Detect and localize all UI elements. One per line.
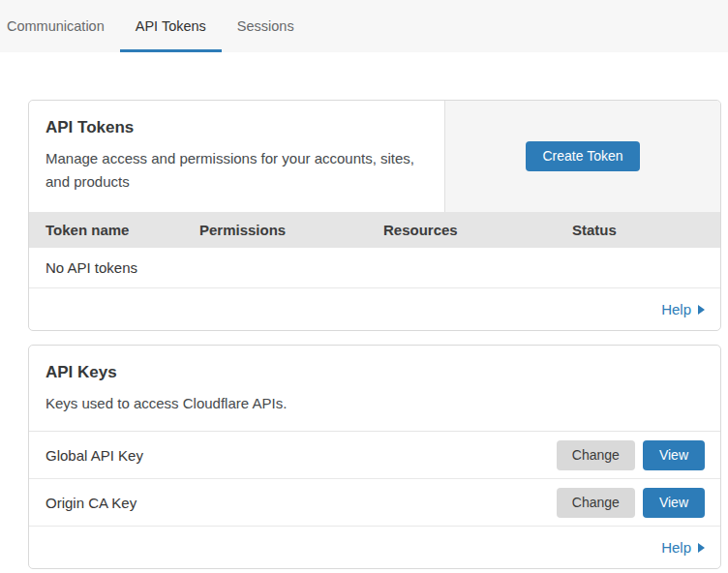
help-arrow-icon [698, 543, 705, 553]
origin-ca-key-row: Origin CA Key Change View [29, 479, 720, 527]
api-keys-card-header: API Keys Keys used to access Cloudflare … [29, 346, 720, 432]
api-tokens-card-header: API Tokens Manage access and permissions… [29, 101, 720, 212]
api-tokens-card: API Tokens Manage access and permissions… [28, 100, 721, 331]
api-keys-help-link[interactable]: Help [661, 539, 705, 556]
origin-ca-key-change-button[interactable]: Change [557, 488, 635, 518]
global-api-key-change-button[interactable]: Change [557, 440, 635, 470]
api-tokens-header-text: API Tokens Manage access and permissions… [29, 101, 445, 212]
help-link-label: Help [661, 539, 691, 556]
column-header-resources: Resources [383, 222, 572, 238]
global-api-key-view-button[interactable]: View [643, 440, 705, 470]
column-header-token-name: Token name [46, 222, 199, 238]
column-header-permissions: Permissions [199, 222, 383, 238]
help-arrow-icon [698, 305, 705, 315]
api-keys-title: API Keys [46, 363, 704, 382]
api-tokens-description: Manage access and permissions for your a… [46, 147, 428, 194]
create-token-button[interactable]: Create Token [526, 141, 639, 171]
origin-ca-key-label: Origin CA Key [46, 495, 557, 511]
tab-sessions[interactable]: Sessions [222, 0, 310, 52]
api-keys-description: Keys used to access Cloudflare APIs. [46, 392, 428, 415]
tab-api-tokens[interactable]: API Tokens [120, 0, 222, 52]
api-keys-card: API Keys Keys used to access Cloudflare … [28, 345, 721, 569]
column-header-status: Status [572, 222, 720, 238]
help-link-label: Help [661, 301, 691, 317]
api-keys-card-footer: Help [29, 527, 720, 568]
api-tokens-action-panel: Create Token [445, 101, 720, 212]
api-tokens-help-link[interactable]: Help [661, 301, 705, 317]
tokens-table-header: Token name Permissions Resources Status [29, 212, 720, 248]
global-api-key-row: Global API Key Change View [29, 432, 720, 479]
api-tokens-title: API Tokens [46, 118, 428, 137]
main-content: API Tokens Manage access and permissions… [0, 52, 728, 569]
tab-communication[interactable]: Communication [7, 0, 120, 52]
tab-bar: Communication API Tokens Sessions [0, 0, 728, 52]
api-tokens-card-footer: Help [29, 288, 720, 330]
origin-ca-key-view-button[interactable]: View [643, 488, 705, 518]
global-api-key-label: Global API Key [46, 447, 557, 464]
tokens-empty-state: No API tokens [29, 248, 720, 288]
